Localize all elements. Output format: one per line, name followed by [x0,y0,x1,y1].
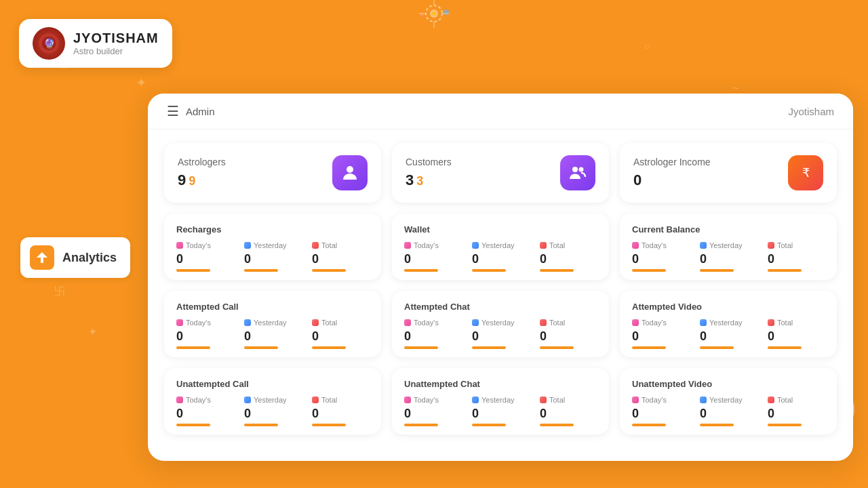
metric-value-8-1: 0 [700,407,757,421]
header-admin-label: Admin [186,106,215,117]
metric-item-5-1: Yesterday 0 [700,319,757,349]
metric-title-1: Wallet [404,224,597,235]
metric-item-label-1-1: Yesterday [472,241,529,249]
header-user: Jyotisham [788,106,834,117]
stat-label-0: Astrologers [178,157,226,167]
metric-title-0: Recharges [176,224,369,235]
metric-card-6: Unattempted Call Today's 0 Yesterday 0 T… [164,368,381,434]
star-decor-6: ○ [644,41,650,52]
metric-item-4-1: Yesterday 0 [472,319,529,349]
stat-value-1: 33 [406,171,452,189]
svg-point-22 [579,167,584,172]
metric-item-7-1: Yesterday 0 [472,396,529,426]
metric-value-3-1: 0 [244,329,301,344]
logo-icon: 🔮 [33,27,65,60]
svg-point-20 [347,166,353,173]
metric-item-label-3-0: Today's [176,319,233,327]
dot-1-0 [404,242,411,249]
dot-3-2 [312,319,319,326]
metric-card-1: Wallet Today's 0 Yesterday 0 Total [392,214,609,280]
metric-value-0-1: 0 [244,252,301,266]
metric-value-3-2: 0 [312,329,369,344]
metric-card-2: Current Balance Today's 0 Yesterday 0 To… [620,214,837,280]
metric-bar-3-1 [244,346,278,349]
dot-4-1 [472,319,479,326]
metric-item-4-2: Total 0 [540,319,597,349]
dot-6-0 [176,396,183,403]
metric-card-3: Attempted Call Today's 0 Yesterday 0 Tot… [164,291,381,357]
metric-bar-8-1 [700,424,734,426]
analytics-icon [30,245,54,270]
metric-value-8-2: 0 [768,407,825,421]
metric-bar-4-1 [472,346,506,349]
metric-item-label-8-0: Today's [632,396,689,404]
top-cards: Astrologers 99 Customers 33 Astrologer I… [164,143,837,203]
metric-items-2: Today's 0 Yesterday 0 Total 0 [632,241,825,272]
metric-bar-6-2 [312,424,346,426]
metric-value-8-0: 0 [632,407,689,421]
metric-item-0-2: Total 0 [312,241,369,272]
metric-item-label-7-1: Yesterday [472,396,529,404]
logo-text: JYOTISHAM Astro builder [73,30,159,56]
metric-items-7: Today's 0 Yesterday 0 Total 0 [404,396,597,426]
metric-card-4: Attempted Chat Today's 0 Yesterday 0 Tot… [392,291,609,357]
metric-value-4-1: 0 [472,329,529,344]
metric-items-6: Today's 0 Yesterday 0 Total 0 [176,396,369,426]
metric-bar-3-2 [312,346,346,349]
top-stat-card-0: Astrologers 99 [164,143,381,203]
metric-item-label-4-1: Yesterday [472,319,529,327]
dot-5-1 [700,319,707,326]
dot-0-1 [244,242,251,249]
metric-bar-0-2 [312,269,346,272]
metric-value-1-0: 0 [404,252,461,266]
metric-bar-2-1 [700,269,734,272]
hamburger-icon[interactable]: ☰ [167,103,179,119]
metric-item-2-1: Yesterday 0 [700,241,757,272]
metric-items-0: Today's 0 Yesterday 0 Total 0 [176,241,369,272]
metric-value-2-1: 0 [700,252,757,266]
metric-item-label-7-0: Today's [404,396,461,404]
metric-bar-7-1 [472,424,506,426]
metric-item-label-1-2: Total [540,241,597,249]
dot-6-1 [244,396,251,403]
metric-item-label-1-0: Today's [404,241,461,249]
metric-item-label-6-0: Today's [176,396,233,404]
top-stat-card-1: Customers 33 [392,143,609,203]
metric-value-4-2: 0 [540,329,597,344]
metric-item-2-2: Total 0 [768,241,825,272]
stat-value-0: 99 [178,171,226,189]
metric-value-4-0: 0 [404,329,461,344]
metric-item-label-2-0: Today's [632,241,689,249]
metric-bar-6-0 [176,424,210,426]
metric-item-label-8-2: Total [768,396,825,404]
app-subtitle: Astro builder [73,46,159,56]
metric-item-3-1: Yesterday 0 [244,319,301,349]
dot-8-0 [632,396,639,403]
analytics-tab[interactable]: Analytics [20,237,130,278]
metric-item-label-6-1: Yesterday [244,396,301,404]
metric-value-7-2: 0 [540,407,597,421]
metric-item-1-0: Today's 0 [404,241,461,272]
star-decor-1: ✦ [136,75,147,91]
svg-point-5 [432,12,436,16]
metric-value-6-0: 0 [176,407,233,421]
metric-item-2-0: Today's 0 [632,241,689,272]
metric-value-2-0: 0 [632,252,689,266]
metric-title-7: Unattempted Chat [404,379,597,389]
app-name: JYOTISHAM [73,30,159,46]
metric-item-6-2: Total 0 [312,396,369,426]
metric-value-1-1: 0 [472,252,529,266]
metric-item-8-1: Yesterday 0 [700,396,757,426]
metric-item-label-3-1: Yesterday [244,319,301,327]
header-left: ☰ Admin [167,103,215,119]
panel-header: ☰ Admin Jyotisham [148,94,853,129]
metric-item-3-2: Total 0 [312,319,369,349]
metric-item-5-2: Total 0 [768,319,825,349]
metric-bar-8-0 [632,424,666,426]
svg-rect-13 [41,258,43,263]
dot-8-1 [700,396,707,403]
metric-item-0-1: Yesterday 0 [244,241,301,272]
metric-item-0-0: Today's 0 [176,241,233,272]
metric-bar-2-0 [632,269,666,272]
metric-bar-5-2 [768,346,802,349]
